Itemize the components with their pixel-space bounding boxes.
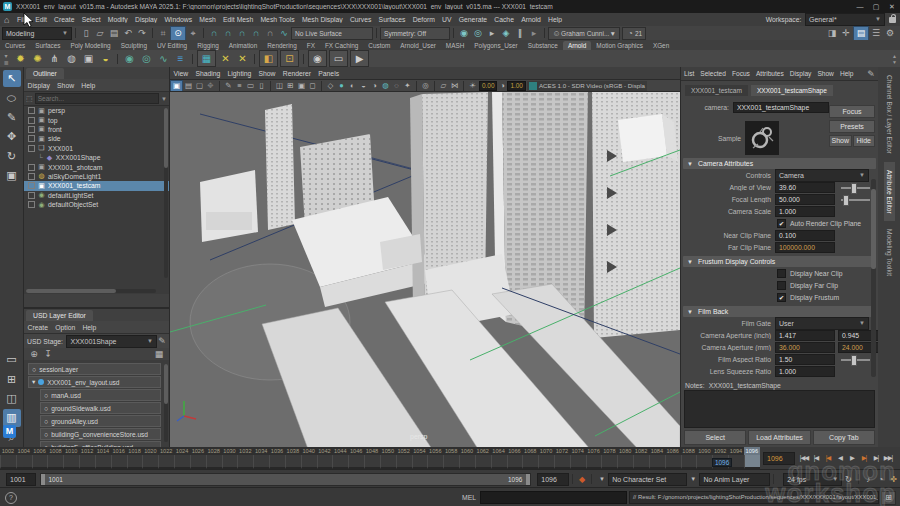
- expander-icon[interactable]: [28, 135, 35, 142]
- outliner-item-xxx001-testcam[interactable]: ▣XXX001_testcam: [24, 181, 169, 190]
- ae-menu-list[interactable]: List: [681, 70, 697, 77]
- far-clip-field[interactable]: 100000.000: [775, 242, 835, 253]
- viewport-menu-lighting[interactable]: Lighting: [224, 70, 255, 77]
- expander-icon[interactable]: [28, 192, 35, 199]
- timeline-tick-1054[interactable]: 1054: [412, 447, 428, 469]
- minimize-button[interactable]: —: [852, 3, 868, 10]
- snap-point-magnet-icon[interactable]: ∩: [235, 27, 249, 40]
- grease-pencil-icon[interactable]: ✎: [223, 81, 234, 91]
- display-frustum-checkbox[interactable]: ✔: [777, 293, 786, 302]
- section-frustum-display[interactable]: ▼ Frustum Display Controls: [683, 256, 876, 267]
- shelf-tab-surfaces[interactable]: Surfaces: [30, 41, 65, 50]
- near-clip-field[interactable]: 0.100: [775, 230, 835, 241]
- shelf-tab-arnold[interactable]: Arnold: [563, 41, 591, 50]
- shelf-tab-sculpting[interactable]: Sculpting: [116, 41, 152, 50]
- chevron-down-icon[interactable]: ▼: [595, 476, 608, 482]
- display-near-clip-checkbox[interactable]: [777, 269, 786, 278]
- timeline-tick-1084[interactable]: 1084: [649, 447, 665, 469]
- menu-select[interactable]: Select: [78, 16, 104, 23]
- shelf-tab-poly-modeling[interactable]: Poly Modeling: [65, 41, 115, 50]
- timeline-tick-1008[interactable]: 1008: [47, 447, 63, 469]
- play-forwards-button[interactable]: ▶: [846, 451, 858, 465]
- outliner-item-side[interactable]: ▣side: [24, 134, 169, 143]
- camera-select-icon[interactable]: ▣: [170, 80, 183, 92]
- viewport-menu-renderer[interactable]: Renderer: [279, 70, 315, 77]
- viewport-menu-shading[interactable]: Shading: [192, 70, 224, 77]
- outliner-tab[interactable]: Outliner: [26, 68, 64, 79]
- layout-single-pane[interactable]: ▭: [3, 351, 21, 368]
- layout-outliner-persp[interactable]: ▥: [3, 409, 21, 426]
- expander-icon[interactable]: [28, 173, 35, 180]
- section-film-back[interactable]: ▼ Film Back: [683, 306, 876, 317]
- transfer-layer-icon[interactable]: ⊕: [27, 348, 41, 361]
- time-slider-ticks[interactable]: 1096 10021004100610081010101210141016101…: [0, 447, 760, 469]
- shelf-tab-curves[interactable]: Curves: [0, 41, 30, 50]
- timeline-tick-1014[interactable]: 1014: [95, 447, 111, 469]
- rotate-tool[interactable]: ↻: [3, 148, 21, 165]
- timeline-tick-1086[interactable]: 1086: [665, 447, 681, 469]
- timer-chip[interactable]: ◔ 21: [622, 27, 646, 40]
- right-tab-channel-box-layer-editor[interactable]: Channel Box / Layer Editor: [884, 67, 895, 162]
- shelf-tab-mash[interactable]: MASH: [441, 41, 469, 50]
- timeline-tick-1036[interactable]: 1036: [269, 447, 285, 469]
- make-live-icon[interactable]: ∿: [277, 27, 291, 40]
- panel-layout-icon[interactable]: ▤: [853, 26, 869, 41]
- isolate-select-icon[interactable]: ◎: [420, 81, 431, 91]
- usd-grid-icon[interactable]: ▦: [152, 348, 166, 361]
- outliner-hscrollbar[interactable]: [26, 289, 156, 293]
- step-forward-key-button[interactable]: ▶|: [858, 451, 870, 465]
- chevron-down-icon[interactable]: ▼: [687, 476, 700, 482]
- render-current-frame-icon[interactable]: ◉: [457, 27, 471, 40]
- timeline-tick-1078[interactable]: 1078: [601, 447, 617, 469]
- menu-mesh-display[interactable]: Mesh Display: [298, 16, 346, 23]
- range-start-field[interactable]: 1001: [6, 473, 36, 486]
- point-light-icon[interactable]: ✹: [12, 51, 29, 66]
- shelf-tab-rigging[interactable]: Rigging: [192, 41, 224, 50]
- range-end-field[interactable]: 1096: [537, 473, 569, 486]
- layout-four-pane[interactable]: ⊞: [3, 370, 21, 387]
- shelf-tab-xgen[interactable]: XGen: [648, 41, 674, 50]
- gate-mask-icon[interactable]: ◫: [274, 81, 285, 91]
- go-to-end-button[interactable]: ▶▶|: [882, 451, 894, 465]
- safe-action-icon[interactable]: ▣: [296, 81, 307, 91]
- skydome-light-icon[interactable]: ◍: [63, 51, 80, 66]
- menu-windows[interactable]: Windows: [161, 16, 196, 23]
- pause-icon[interactable]: ∥: [513, 27, 527, 40]
- viewport-canvas[interactable]: [170, 92, 680, 449]
- ae-menu-show[interactable]: Show: [814, 70, 837, 77]
- focal-length-slider[interactable]: [841, 199, 870, 201]
- menu-arnold[interactable]: Arnold: [518, 16, 545, 23]
- timeline-tick-1034[interactable]: 1034: [253, 447, 269, 469]
- go-to-start-button[interactable]: |◀◀: [798, 451, 810, 465]
- outliner-item-defaultlightset[interactable]: ◉defaultLightSet: [24, 191, 169, 200]
- workspace-dropdown[interactable]: General* ▼: [805, 13, 885, 26]
- image-plane-icon[interactable]: ▢: [194, 81, 205, 91]
- pin-icon[interactable]: ✎: [866, 67, 876, 80]
- home-icon[interactable]: ⌂: [0, 15, 13, 25]
- search-input[interactable]: [35, 93, 159, 104]
- close-button[interactable]: ✕: [884, 3, 900, 11]
- shelf-tab-arnold-user[interactable]: Arnold_User: [395, 41, 441, 50]
- outliner-item-xxx001shape[interactable]: └◆XXX001Shape: [24, 153, 169, 162]
- timeline-tick-1088[interactable]: 1088: [681, 447, 697, 469]
- shader-node-icon[interactable]: ✕: [234, 51, 251, 66]
- menu-edit-mesh[interactable]: Edit Mesh: [219, 16, 256, 23]
- timeline-tick-1072[interactable]: 1072: [554, 447, 570, 469]
- timeline-tick-1022[interactable]: 1022: [158, 447, 174, 469]
- usd-layer-groundalley-usd[interactable]: ○groundAlley.usd: [40, 415, 161, 427]
- caret-down-icon[interactable]: ▾: [32, 378, 35, 386]
- snap-curve-magnet-icon[interactable]: ∩: [221, 27, 235, 40]
- redo-icon[interactable]: ↷: [135, 27, 149, 40]
- timeline-tick-1044[interactable]: 1044: [332, 447, 348, 469]
- anti-alias-icon[interactable]: ✦: [402, 81, 413, 91]
- shelf-scroll-arrows[interactable]: ▲▼: [892, 53, 900, 65]
- aov-browser-icon[interactable]: ≡: [172, 51, 189, 66]
- select-tool[interactable]: ↖: [3, 70, 21, 87]
- shelf-tab-uv-editing[interactable]: UV Editing: [152, 41, 192, 50]
- utility-node-icon[interactable]: ✕: [217, 51, 234, 66]
- film-aspect-field[interactable]: 1.50: [775, 354, 835, 365]
- outliner-item-top[interactable]: ▣top: [24, 115, 169, 124]
- viewport-menu-panels[interactable]: Panels: [315, 70, 343, 77]
- range-end-handle[interactable]: [526, 474, 530, 485]
- menu-file[interactable]: File: [13, 16, 31, 23]
